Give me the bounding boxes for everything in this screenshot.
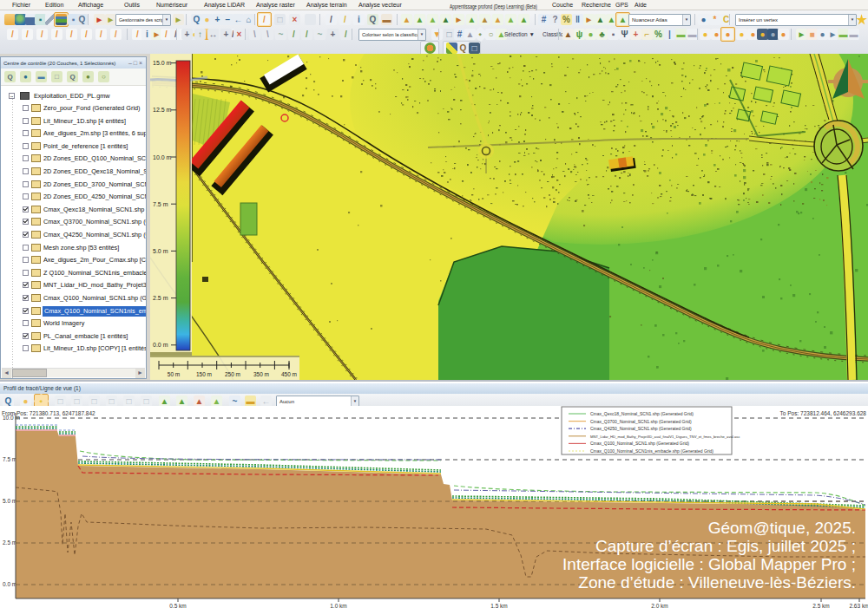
svg-text:7.5 m: 7.5 m <box>153 201 168 207</box>
svg-text:Cmax_Q3700_Nominal_SCN1.shp (G: Cmax_Q3700_Nominal_SCN1.shp (Generated G… <box>590 419 692 424</box>
svg-text:350 m: 350 m <box>253 371 269 377</box>
svg-text:Géom@tique, 2025.: Géom@tique, 2025. <box>708 519 856 537</box>
svg-text:2.0 km: 2.0 km <box>651 603 668 608</box>
svg-text:0.0 m: 0.0 m <box>3 581 16 587</box>
svg-text:450 m: 450 m <box>281 371 297 377</box>
svg-text:7.5 m: 7.5 m <box>3 456 16 462</box>
svg-text:0.0 m: 0.0 m <box>153 342 168 348</box>
svg-text:Zone d’étude : Villeneuve-lès-: Zone d’étude : Villeneuve-lès-Béziers. <box>578 573 856 592</box>
svg-text:Cmax_Qexc18_Nominal_SCN1.shp (: Cmax_Qexc18_Nominal_SCN1.shp (Generated … <box>590 411 694 416</box>
svg-text:2.63 km: 2.63 km <box>849 603 868 608</box>
svg-text:Cmax_Q100_Nominal_SCN1nis_emba: Cmax_Q100_Nominal_SCN1nis_embacle.shp (G… <box>590 448 713 454</box>
svg-text:MNT_Lidar_HD_mod_Bathy_Projet3: MNT_Lidar_HD_mod_Bathy_Projet3D_aval_fin… <box>590 435 740 439</box>
svg-text:To Pos: 723812.464, 6246293.62: To Pos: 723812.464, 6246293.628 <box>780 410 867 416</box>
svg-text:2.5 m: 2.5 m <box>153 295 168 301</box>
svg-text:250 m: 250 m <box>225 371 240 377</box>
svg-text:Cmax_Q100_Nominal_SCN1.shp (Ge: Cmax_Q100_Nominal_SCN1.shp (Generated Gr… <box>590 441 689 446</box>
svg-text:5.0 m: 5.0 m <box>3 498 16 504</box>
svg-text:12.5 m: 12.5 m <box>153 107 172 113</box>
svg-text:1.0 km: 1.0 km <box>330 603 347 608</box>
svg-text:10.0 m: 10.0 m <box>3 415 20 421</box>
svg-text:Cmax_Q4250_Nominal_SCN1.shp (G: Cmax_Q4250_Nominal_SCN1.shp (Generated G… <box>590 426 692 431</box>
svg-text:150 m: 150 m <box>196 371 212 377</box>
svg-text:Interface logicielle : Global: Interface logicielle : Global Mapper Pro… <box>562 555 856 573</box>
svg-text:15.0 m: 15.0 m <box>153 60 172 66</box>
svg-text:50 m: 50 m <box>168 371 180 377</box>
svg-text:Capture d’écran : Egis, juille: Capture d’écran : Egis, juillet 2025 ; <box>595 537 856 555</box>
svg-text:1.5 km: 1.5 km <box>490 603 508 608</box>
svg-text:2.5 km: 2.5 km <box>812 603 830 608</box>
svg-text:2.5 m: 2.5 m <box>3 539 16 546</box>
svg-text:10.0 m: 10.0 m <box>153 154 172 160</box>
svg-text:5.0 m: 5.0 m <box>153 248 168 254</box>
svg-text:0.5 km: 0.5 km <box>169 603 187 608</box>
